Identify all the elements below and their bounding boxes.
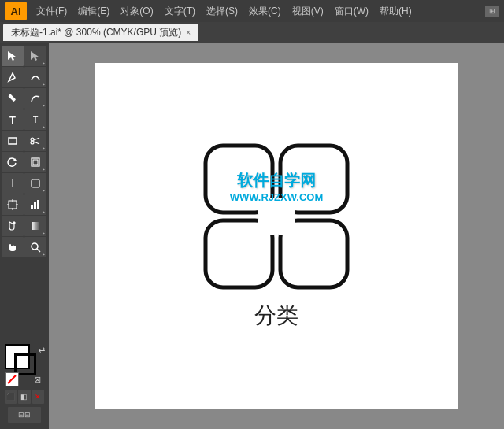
transform-tool[interactable]: ▸	[24, 152, 46, 172]
svg-marker-1	[31, 51, 39, 61]
svg-rect-20	[34, 202, 36, 209]
zoom-tool[interactable]: ▸	[24, 237, 46, 257]
rotate-tool[interactable]	[2, 152, 24, 172]
color-mode-icon[interactable]: ⬛	[5, 390, 17, 404]
layers-icon[interactable]: ⊟⊟	[8, 407, 41, 423]
paintbucket-tool[interactable]	[2, 216, 24, 236]
reset-colors-icon[interactable]: ⊠	[32, 374, 43, 385]
tool-row-2: ▸	[2, 67, 47, 87]
select-tool[interactable]	[2, 46, 24, 66]
chart-tool[interactable]: ▸	[24, 194, 46, 215]
pencil-tool[interactable]	[2, 88, 24, 109]
curvature-tool[interactable]: ▸	[24, 67, 46, 87]
tool-row-8: ▸	[2, 194, 47, 215]
window-controls: ⊞	[485, 6, 499, 17]
hand-tool[interactable]	[2, 237, 24, 257]
menu-bar: 文件(F) 编辑(E) 对象(O) 文字(T) 选择(S) 效果(C) 视图(V…	[32, 3, 485, 20]
rectangle-tool[interactable]	[2, 131, 24, 151]
svg-rect-2	[8, 94, 16, 102]
pen-tool[interactable]	[2, 67, 24, 87]
tool-row-10: ▸	[2, 237, 47, 257]
document-tab[interactable]: 未标题-1.ai* @ 300% (CMYK/GPU 预览) ×	[3, 24, 198, 41]
svg-rect-14	[9, 201, 17, 209]
category-icon-svg	[202, 142, 351, 291]
smooth-tool[interactable]: ▸	[24, 88, 46, 109]
color-swatches: ⇄ ⊠	[5, 344, 47, 386]
svg-rect-31	[258, 219, 274, 235]
tool-row-5: ▸	[2, 131, 47, 151]
tab-bar: 未标题-1.ai* @ 300% (CMYK/GPU 预览) ×	[0, 22, 504, 43]
svg-rect-30	[279, 198, 295, 214]
menu-type[interactable]: 文字(T)	[160, 3, 200, 20]
tool-row-6: ▸	[2, 152, 47, 172]
svg-point-4	[31, 138, 34, 141]
tool-row-1: ▸	[2, 46, 47, 66]
svg-marker-0	[8, 51, 16, 61]
gradient-tool[interactable]: ▸	[24, 216, 46, 236]
svg-point-23	[32, 243, 38, 250]
area-type-tool[interactable]: T ▸	[24, 109, 46, 130]
reflect-tool[interactable]	[2, 173, 24, 194]
category-label: 分类	[254, 301, 298, 331]
warp-tool[interactable]: ▸	[24, 173, 46, 194]
menu-file[interactable]: 文件(F)	[32, 3, 72, 20]
svg-line-24	[37, 249, 40, 252]
artboard-tool[interactable]	[2, 194, 24, 215]
menu-help[interactable]: 帮助(H)	[375, 3, 417, 20]
grid-view-button[interactable]: ⊞	[485, 6, 499, 17]
svg-rect-29	[258, 198, 274, 214]
main-layout: ▸ ▸ ▸ T T	[0, 43, 504, 429]
artwork-container: 软件自学网 WWW.RJZXW.COM 分类	[202, 142, 351, 331]
menu-view[interactable]: 视图(V)	[287, 3, 328, 20]
left-toolbar: ▸ ▸ ▸ T T	[0, 43, 49, 429]
none-swatch-icon[interactable]: ✕	[32, 390, 44, 404]
canvas-area: 软件自学网 WWW.RJZXW.COM 分类	[49, 43, 504, 429]
none-color-icon[interactable]	[5, 372, 19, 386]
svg-line-6	[34, 138, 39, 140]
direct-select-tool[interactable]: ▸	[24, 46, 46, 66]
swap-colors-icon[interactable]: ⇄	[36, 344, 47, 355]
menu-select[interactable]: 选择(S)	[202, 3, 243, 20]
gradient-swatch-icon[interactable]: ◧	[18, 390, 30, 404]
svg-rect-3	[9, 138, 17, 144]
tab-close-button[interactable]: ×	[186, 28, 191, 37]
tool-row-3: ▸	[2, 88, 47, 109]
tool-row-7: ▸	[2, 173, 47, 194]
app-logo: Ai	[5, 2, 27, 20]
scissors-tool[interactable]: ▸	[24, 131, 46, 151]
svg-rect-10	[33, 160, 38, 165]
type-tool[interactable]: T	[2, 109, 24, 130]
menu-object[interactable]: 对象(O)	[116, 3, 158, 20]
svg-rect-19	[31, 205, 33, 209]
menu-effect[interactable]: 效果(C)	[244, 3, 286, 20]
title-bar: Ai 文件(F) 编辑(E) 对象(O) 文字(T) 选择(S) 效果(C) 视…	[0, 0, 504, 22]
color-area: ⇄ ⊠ ⬛ ◧ ✕ ⊟⊟	[2, 341, 47, 426]
svg-rect-21	[37, 200, 39, 209]
svg-line-7	[34, 142, 39, 144]
svg-rect-32	[279, 219, 295, 235]
tool-row-9: ▸	[2, 216, 47, 236]
document-canvas: 软件自学网 WWW.RJZXW.COM 分类	[95, 63, 458, 409]
svg-rect-22	[32, 222, 39, 230]
tool-row-4: T T ▸	[2, 109, 47, 130]
svg-point-5	[31, 141, 34, 144]
tab-title: 未标题-1.ai* @ 300% (CMYK/GPU 预览)	[11, 26, 181, 39]
svg-rect-13	[32, 179, 39, 187]
menu-window[interactable]: 窗口(W)	[330, 3, 373, 20]
menu-edit[interactable]: 编辑(E)	[73, 3, 114, 20]
